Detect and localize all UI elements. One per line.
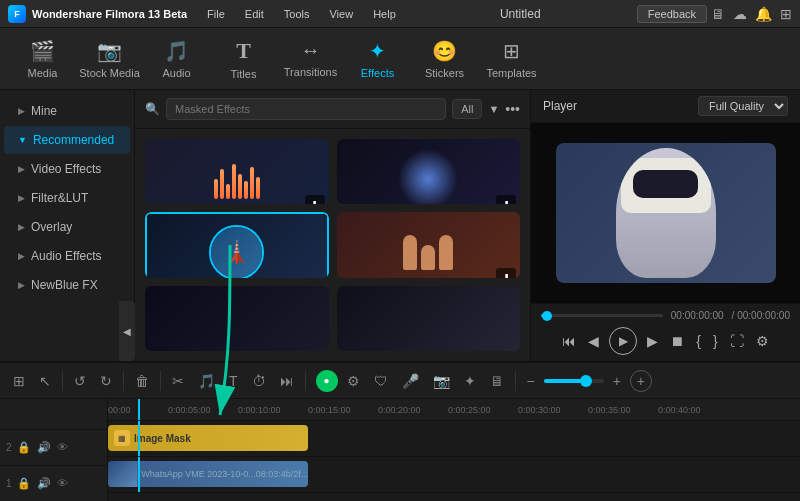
tl-text-btn[interactable]: T: [224, 370, 243, 392]
more-options-icon[interactable]: •••: [505, 101, 520, 117]
track1-eye-btn[interactable]: 👁: [56, 476, 69, 490]
tl-shield-btn[interactable]: 🛡: [369, 370, 393, 392]
toolbar-media[interactable]: 🎬 Media: [10, 32, 75, 86]
track-area: 00:00 0:00:05:00 0:00:10:00 0:00:15:00 0…: [108, 399, 800, 501]
effect-warm[interactable]: ⬇ Warm Family 01: [337, 212, 521, 277]
panel-collapse-btn[interactable]: ◀: [119, 301, 135, 361]
tl-record-btn[interactable]: ●: [316, 370, 338, 392]
effect-audio-viz[interactable]: ⬇ Audio Visualizer Glow: [145, 139, 329, 204]
fullscreen-btn[interactable]: ⛶: [728, 331, 746, 351]
mark-in-btn[interactable]: {: [694, 331, 703, 351]
menu-tools[interactable]: Tools: [276, 6, 318, 22]
search-input[interactable]: [166, 98, 446, 120]
effect-dark1-thumb: [145, 286, 329, 351]
menu-view[interactable]: View: [321, 6, 361, 22]
tl-minus-btn[interactable]: −: [522, 370, 540, 392]
toolbar-titles[interactable]: T Titles: [211, 32, 276, 86]
tl-gear-btn[interactable]: ⚙: [342, 370, 365, 392]
timeline-toolbar: ⊞ ↖ ↺ ↻ 🗑 ✂ 🎵 T ⏱ ⏭ ● ⚙ 🛡 🎤 📷 ✦ 🖥 − + +: [0, 363, 800, 399]
monitor-icon[interactable]: 🖥: [711, 6, 725, 22]
settings-btn[interactable]: ⚙: [754, 331, 771, 351]
track2-clip-label: Image Mask: [134, 433, 191, 444]
time-current: 00:00:00:00: [671, 310, 724, 321]
panel-mine[interactable]: ▶ Mine: [4, 97, 130, 125]
tl-skip-btn[interactable]: ⏭: [275, 370, 299, 392]
toolbar-audio[interactable]: 🎵 Audio: [144, 32, 209, 86]
progress-track[interactable]: [541, 314, 663, 317]
toolbar-stickers[interactable]: 😊 Stickers: [412, 32, 477, 86]
play-button[interactable]: ▶: [609, 327, 637, 355]
tl-slider-dot: [580, 375, 592, 387]
track2-eye-btn[interactable]: 👁: [56, 440, 69, 454]
effect-image-mask[interactable]: 🗼 Image Mask: [145, 212, 329, 277]
ruler-15: 0:00:15:00: [308, 405, 351, 415]
skip-end-btn[interactable]: ⏹: [668, 331, 686, 351]
track2-lock-btn[interactable]: 🔒: [16, 440, 32, 455]
ruler-25: 0:00:25:00: [448, 405, 491, 415]
tl-split-btn[interactable]: ✂: [167, 370, 189, 392]
menu-edit[interactable]: Edit: [237, 6, 272, 22]
effect-light[interactable]: ⬇ Light Effect 18: [337, 139, 521, 204]
tl-speed-btn[interactable]: ⏱: [247, 370, 271, 392]
download-icon-light[interactable]: ⬇: [496, 195, 516, 204]
tl-delete-btn[interactable]: 🗑: [130, 370, 154, 392]
panel-overlay[interactable]: ▶ Overlay: [4, 213, 130, 241]
toolbar-templates[interactable]: ⊞ Templates: [479, 32, 544, 86]
tl-add-btn[interactable]: +: [630, 370, 652, 392]
tl-fx-btn[interactable]: ✦: [459, 370, 481, 392]
prev-frame-btn[interactable]: ◀: [586, 331, 601, 351]
tl-plus-btn[interactable]: +: [608, 370, 626, 392]
panel-newblue[interactable]: ▶ NewBlue FX: [4, 271, 130, 299]
effects-grid: ⬇ Audio Visualizer Glow ⬇ Light Effect 1…: [135, 129, 530, 361]
tl-undo-btn[interactable]: ↺: [69, 370, 91, 392]
bell-icon[interactable]: 🔔: [755, 6, 772, 22]
dark2-bg: [337, 286, 521, 351]
timeline: ⊞ ↖ ↺ ↻ 🗑 ✂ 🎵 T ⏱ ⏭ ● ⚙ 🛡 🎤 📷 ✦ 🖥 − + +: [0, 361, 800, 501]
effect-dark2[interactable]: [337, 286, 521, 351]
download-icon-warm[interactable]: ⬇: [496, 268, 516, 277]
tl-screen-btn[interactable]: 🖥: [485, 370, 509, 392]
tl-select-btn[interactable]: ⊞: [8, 370, 30, 392]
grid-icon[interactable]: ⊞: [780, 6, 792, 22]
tl-redo-btn[interactable]: ↻: [95, 370, 117, 392]
panel-audio-effects[interactable]: ▶ Audio Effects: [4, 242, 130, 270]
ruler-40: 0:00:40:00: [658, 405, 701, 415]
panel-video-effects[interactable]: ▶ Video Effects: [4, 155, 130, 183]
figure3: [439, 235, 453, 270]
tl-capture-btn[interactable]: 📷: [428, 370, 455, 392]
ruler-20: 0:00:20:00: [378, 405, 421, 415]
panel-recommended[interactable]: ▼ Recommended: [4, 126, 130, 154]
menu-help[interactable]: Help: [365, 6, 404, 22]
feedback-button[interactable]: Feedback: [637, 5, 707, 23]
quality-select[interactable]: Full Quality: [698, 96, 788, 116]
effect-light-thumb: ⬇: [337, 139, 521, 204]
filter-dropdown-icon[interactable]: ▼: [488, 103, 499, 115]
track1-lock-btn[interactable]: 🔒: [16, 476, 32, 491]
effect-dark1[interactable]: [145, 286, 329, 351]
vr-visor: [633, 170, 698, 198]
toolbar-effects[interactable]: ✦ Effects: [345, 32, 410, 86]
track-controls-panel: 2 🔒 🔊 👁 1 🔒 🔊 👁: [0, 429, 108, 501]
panel-filter-lut[interactable]: ▶ Filter&LUT: [4, 184, 130, 212]
toolbar-stock[interactable]: 📷 Stock Media: [77, 32, 142, 86]
center-panel: 🔍 All ▼ •••: [135, 90, 530, 361]
tl-mic-btn[interactable]: 🎤: [397, 370, 424, 392]
track1-mute-btn[interactable]: 🔊: [36, 476, 52, 491]
cloud-icon[interactable]: ☁: [733, 6, 747, 22]
templates-icon: ⊞: [503, 39, 520, 63]
toolbar-titles-label: Titles: [231, 68, 257, 80]
tl-audio-btn[interactable]: 🎵: [193, 370, 220, 392]
mark-out-btn[interactable]: }: [711, 331, 720, 351]
next-frame-btn[interactable]: ▶: [645, 331, 660, 351]
filter-button[interactable]: All: [452, 99, 482, 119]
toolbar-transitions[interactable]: ↔ Transitions: [278, 32, 343, 86]
skip-start-btn[interactable]: ⏮: [560, 331, 578, 351]
tl-pointer-btn[interactable]: ↖: [34, 370, 56, 392]
bar4: [232, 164, 236, 199]
menu-file[interactable]: File: [199, 6, 233, 22]
toolbar-stickers-label: Stickers: [425, 67, 464, 79]
track2-mute-btn[interactable]: 🔊: [36, 440, 52, 455]
download-icon-viz[interactable]: ⬇: [305, 195, 325, 204]
main-content: ▶ Mine ▼ Recommended ▶ Video Effects ▶ F…: [0, 90, 800, 361]
tl-zoom-slider[interactable]: [544, 379, 604, 383]
